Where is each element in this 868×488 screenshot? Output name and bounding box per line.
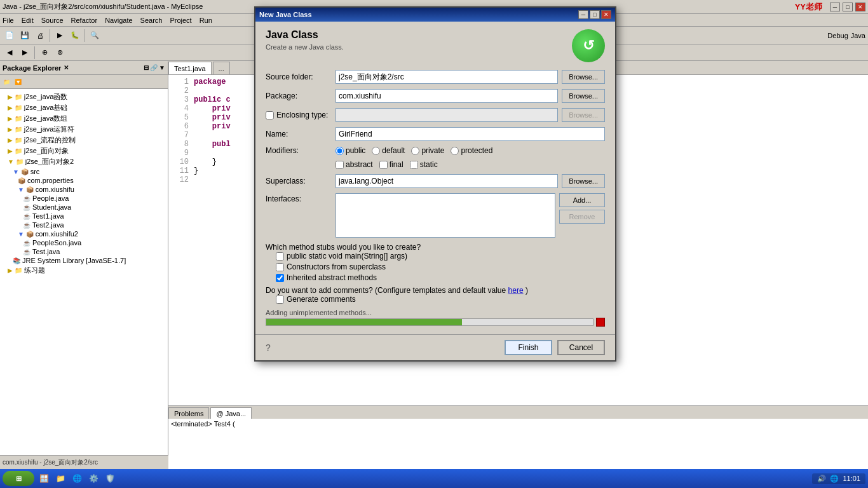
abstract-modifier[interactable]: abstract — [336, 160, 373, 169]
forward-btn[interactable]: ▶ — [18, 46, 32, 60]
tree-item-j2se-java-func[interactable]: ▶ 📁 j2se_java函数 — [0, 92, 168, 102]
menu-source[interactable]: Source — [41, 17, 64, 24]
tab-problems[interactable]: Problems — [168, 407, 209, 419]
search-btn[interactable]: 🔍 — [88, 29, 102, 43]
nav-btn1[interactable]: ⊕ — [37, 46, 51, 60]
print-btn[interactable]: 🖨 — [33, 29, 47, 43]
stub-inherited-checkbox[interactable] — [276, 274, 284, 282]
tree-item-j2se-java-op[interactable]: ▶ 📁 j2se_java运算符 — [0, 124, 168, 135]
close-window-btn[interactable]: ✕ — [855, 3, 865, 11]
clock: 11:01 — [843, 475, 860, 482]
tab-java[interactable]: @ Java... — [210, 407, 252, 419]
tree-item-j2se-oop1[interactable]: ▶ 📁 j2se_面向对象 — [0, 146, 168, 156]
enclosing-type-checkbox[interactable] — [266, 111, 274, 119]
add-interface-btn[interactable]: Add... — [559, 193, 605, 207]
tree-item-j2se-oop2[interactable]: ▼ 📁 j2se_面向对象2 — [0, 156, 168, 167]
final-checkbox[interactable] — [379, 161, 388, 169]
tree-item-src[interactable]: ▼ 📦 src — [0, 167, 168, 176]
enclosing-type-input[interactable] — [336, 108, 558, 122]
final-modifier[interactable]: final — [379, 160, 403, 169]
static-modifier[interactable]: static — [410, 160, 438, 169]
taskbar-icon-3[interactable]: 🌐 — [70, 471, 84, 485]
dialog-minimize-btn[interactable]: ─ — [578, 10, 588, 19]
tree-item-com-xiushifu[interactable]: ▼ 📦 com.xiushifu — [0, 185, 168, 194]
progress-bar-fill — [266, 319, 462, 325]
back-btn[interactable]: ◀ — [3, 46, 17, 60]
menu-file[interactable]: File — [3, 17, 14, 24]
minimize-window-btn[interactable]: ─ — [830, 3, 840, 11]
tree-label: PeopleSon.java — [32, 239, 81, 247]
pkg-new-btn[interactable]: 📁 — [1, 77, 11, 87]
tree-item-jre[interactable]: 📚 JRE System Library [JavaSE-1.7] — [0, 256, 168, 265]
enclosing-type-browse-btn[interactable]: Browse... — [562, 108, 605, 122]
name-input[interactable] — [336, 127, 605, 141]
tree-item-j2se-flow[interactable]: ▶ 📁 j2se_流程的控制 — [0, 135, 168, 146]
dialog-maximize-btn[interactable]: □ — [590, 10, 600, 19]
tree-item-test1-java[interactable]: ☕ Test1.java — [0, 212, 168, 220]
tree-item-j2se-java-basic[interactable]: ▶ 📁 j2se_java基础 — [0, 102, 168, 113]
comments-link[interactable]: here — [508, 286, 524, 295]
dialog-info: Java Class Create a new Java class. — [266, 29, 564, 51]
menu-run[interactable]: Run — [200, 17, 212, 24]
tab-test1-java[interactable]: Test1.java — [168, 62, 212, 74]
debug-btn[interactable]: 🐛 — [68, 29, 82, 43]
menu-navigate[interactable]: Navigate — [105, 17, 132, 24]
dialog-close-btn[interactable]: ✕ — [601, 10, 611, 19]
taskbar-icon-4[interactable]: ⚙️ — [86, 471, 100, 485]
modifier-default-radio[interactable] — [372, 147, 380, 155]
static-checkbox[interactable] — [410, 161, 418, 169]
tree-item-com-xiushifu2[interactable]: ▼ 📦 com.xiushifu2 — [0, 229, 168, 238]
tree-item-com-properties[interactable]: 📦 com.properties — [0, 176, 168, 185]
nav-btn2[interactable]: ⊗ — [53, 46, 67, 60]
superclass-browse-btn[interactable]: Browse... — [562, 174, 605, 188]
tree-item-j2se-java-array[interactable]: ▶ 📁 j2se_java数组 — [0, 113, 168, 124]
menu-search[interactable]: Search — [140, 17, 163, 24]
stub-constructors-checkbox[interactable] — [276, 263, 284, 271]
tree-item-test-java[interactable]: ☕ Test.java — [0, 247, 168, 256]
generate-comments-checkbox[interactable] — [276, 295, 284, 304]
package-browse-btn[interactable]: Browse... — [562, 89, 605, 103]
superclass-input[interactable] — [336, 174, 558, 188]
menu-project[interactable]: Project — [170, 17, 191, 24]
tree-item-student-java[interactable]: ☕ Student.java — [0, 203, 168, 212]
modifier-private-radio[interactable] — [411, 147, 419, 155]
taskbar-icon-5[interactable]: 🛡️ — [103, 471, 117, 485]
source-folder-input[interactable] — [336, 70, 558, 84]
tree-item-peopleson-java[interactable]: ☕ PeopleSon.java — [0, 238, 168, 247]
help-icon[interactable]: ? — [266, 342, 271, 353]
maximize-window-btn[interactable]: □ — [843, 3, 853, 11]
abstract-checkbox[interactable] — [336, 161, 344, 169]
collapse-all-icon[interactable]: ⊟ — [144, 64, 149, 71]
menu-edit[interactable]: Edit — [22, 17, 34, 24]
modifier-public[interactable]: public — [336, 146, 365, 155]
tree-item-people-java[interactable]: ☕ People.java — [0, 194, 168, 203]
modifier-public-radio[interactable] — [336, 147, 344, 155]
tab-more[interactable]: ... — [213, 62, 230, 74]
modifier-protected-radio[interactable] — [451, 147, 459, 155]
new-btn[interactable]: 📄 — [3, 29, 17, 43]
menu-icon[interactable]: ▼ — [159, 64, 165, 71]
link-icon[interactable]: 🔗 — [150, 64, 158, 71]
remove-interface-btn[interactable]: Remove — [559, 210, 605, 224]
source-folder-browse-btn[interactable]: Browse... — [562, 70, 605, 84]
stub-main-checkbox[interactable] — [276, 252, 284, 261]
tree-item-exercises[interactable]: ▶ 📁 练习题 — [0, 265, 168, 276]
taskbar-icon-1[interactable]: 🪟 — [37, 471, 51, 485]
run-btn[interactable]: ▶ — [53, 29, 67, 43]
stub-constructors-label: Constructors from superclass — [287, 262, 386, 271]
pkg-filter-btn[interactable]: 🔽 — [13, 77, 23, 87]
save-btn[interactable]: 💾 — [18, 29, 32, 43]
tree-item-test2-java[interactable]: ☕ Test2.java — [0, 220, 168, 229]
package-input[interactable] — [336, 89, 558, 103]
package-explorer-close-icon[interactable]: ✕ — [64, 64, 69, 71]
start-button[interactable]: ⊞ — [3, 471, 34, 486]
modifier-private[interactable]: private — [411, 146, 444, 155]
menu-refactor[interactable]: Refactor — [71, 17, 98, 24]
modifier-protected[interactable]: protected — [451, 146, 492, 155]
modifier-default[interactable]: default — [372, 146, 405, 155]
dialog-heading: Java Class — [266, 29, 564, 41]
finish-button[interactable]: Finish — [505, 340, 552, 355]
taskbar-icon-2[interactable]: 📁 — [53, 471, 67, 485]
progress-stop-btn[interactable] — [596, 318, 605, 327]
cancel-button[interactable]: Cancel — [557, 340, 605, 355]
